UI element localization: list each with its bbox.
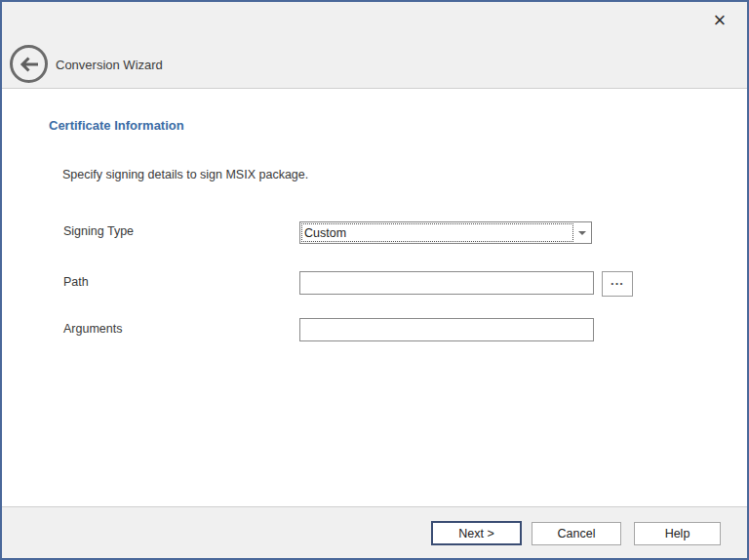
page-description: Specify signing details to sign MSIX pac…: [62, 168, 308, 181]
signing-type-value: Custom: [304, 222, 572, 243]
chevron-down-icon[interactable]: [578, 231, 586, 235]
signing-type-label: Signing Type: [63, 224, 134, 238]
arguments-input[interactable]: [299, 318, 594, 341]
back-button[interactable]: [10, 45, 48, 83]
next-button[interactable]: Next >: [431, 521, 522, 545]
wizard-title: Conversion Wizard: [56, 58, 163, 72]
page-heading: Certificate Information: [49, 118, 184, 133]
back-arrow-icon: [18, 54, 41, 75]
path-input[interactable]: [299, 271, 594, 295]
arguments-label: Arguments: [63, 322, 122, 336]
path-label: Path: [63, 275, 89, 289]
close-icon[interactable]: ×: [706, 7, 733, 34]
help-button[interactable]: Help: [634, 522, 721, 545]
ellipsis-icon: ...: [611, 274, 624, 287]
signing-type-combobox[interactable]: Custom: [299, 221, 592, 244]
conversion-wizard-window: Conversion Wizard × Certificate Informat…: [0, 0, 749, 560]
cancel-button[interactable]: Cancel: [532, 522, 621, 545]
browse-button[interactable]: ...: [602, 271, 633, 297]
wizard-header: Conversion Wizard ×: [2, 2, 747, 89]
